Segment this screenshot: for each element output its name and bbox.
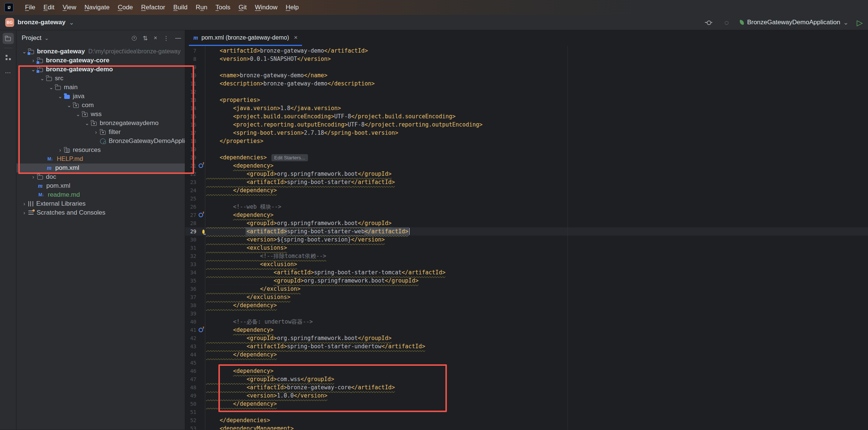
code-line-24[interactable]: 24 </dependency> xyxy=(185,186,868,194)
code-line-10[interactable]: 10 <name>bronze-gateway-demo</name> xyxy=(185,71,868,80)
structure-tool-window-button[interactable] xyxy=(3,52,14,63)
code-line-50[interactable]: 50 </dependency> xyxy=(185,400,868,408)
tree-item-help-md[interactable]: M↓HELP.md xyxy=(16,155,185,163)
code-line-28[interactable]: 28 <groupId>org.springframework.boot</gr… xyxy=(185,219,868,227)
code-line-17[interactable]: 17 <spring-boot.version>2.7.18</spring-b… xyxy=(185,129,868,137)
code-line-9[interactable]: 9 xyxy=(185,63,868,71)
code-line-8[interactable]: 8 <version>0.0.1-SNAPSHOT</version> xyxy=(185,55,868,63)
code-line-30[interactable]: 30 <version>${spring-boot.version}</vers… xyxy=(185,236,868,244)
spring-bean-gutter-icon[interactable] xyxy=(197,328,205,332)
code-line-53[interactable]: 53 <dependencyManagement> xyxy=(185,424,868,430)
intention-bulb-icon[interactable] xyxy=(197,230,205,234)
tree-item-pom-xml[interactable]: mpom.xml xyxy=(16,181,185,190)
chevron-down-icon[interactable]: ⌄ xyxy=(56,93,64,99)
tree-item-resources[interactable]: ›resources xyxy=(16,146,185,155)
chevron-down-icon[interactable]: ⌄ xyxy=(44,35,49,41)
chevron-down-icon[interactable]: ⌄ xyxy=(47,84,55,90)
tree-item-bronze-gateway-core[interactable]: ›bronze-gateway-core xyxy=(16,56,185,65)
code-line-31[interactable]: 31 <exclusions> xyxy=(185,244,868,252)
code-line-11[interactable]: 11 <description>bronze-gateway-demo</des… xyxy=(185,80,868,88)
menu-window[interactable]: Window xyxy=(252,2,281,13)
tree-item-filter[interactable]: ›filter xyxy=(16,128,185,137)
code-line-39[interactable]: 39 xyxy=(185,309,868,318)
tree-item-main[interactable]: ⌄main xyxy=(16,83,185,92)
chevron-down-icon[interactable]: ⌄ xyxy=(74,111,82,117)
code-line-52[interactable]: 52 </dependencies> xyxy=(185,416,868,424)
code-line-43[interactable]: 43 <artifactId>spring-boot-starter-under… xyxy=(185,342,868,350)
code-line-12[interactable]: 12 xyxy=(185,88,868,96)
tree-item-bronze-gateway-demo[interactable]: ⌄bronze-gateway-demo xyxy=(16,65,185,74)
code-line-34[interactable]: 34 <artifactId>spring-boot-starter-tomca… xyxy=(185,268,868,277)
expand-all-icon[interactable]: ⇅ xyxy=(143,35,147,42)
code-line-35[interactable]: 35 <groupId>org.springframework.boot</gr… xyxy=(185,277,868,285)
settings-slider-icon[interactable] xyxy=(704,18,713,27)
code-line-49[interactable]: 49 <version>1.0.0</version> xyxy=(185,392,868,400)
code-line-46[interactable]: 46 <dependency> xyxy=(185,367,868,375)
menu-navigate[interactable]: Navigate xyxy=(81,2,113,13)
menu-code[interactable]: Code xyxy=(114,2,136,13)
code-line-51[interactable]: 51 xyxy=(185,408,868,416)
tab-pom-xml[interactable]: m pom.xml (bronze-gateway-demo) × xyxy=(189,30,302,46)
code-line-26[interactable]: 26 <!--web 模块--> xyxy=(185,203,868,211)
menu-view[interactable]: View xyxy=(59,2,80,13)
menu-tools[interactable]: Tools xyxy=(212,2,234,13)
code-line-37[interactable]: 37 </exclusions> xyxy=(185,293,868,301)
more-tool-windows-button[interactable]: ⋯ xyxy=(3,67,14,78)
menu-build[interactable]: Build xyxy=(170,2,191,13)
code-line-42[interactable]: 42 <groupId>org.springframework.boot</gr… xyxy=(185,334,868,342)
code-line-14[interactable]: 14 <java.version>1.8</java.version> xyxy=(185,104,868,112)
select-opened-file-icon[interactable] xyxy=(132,36,137,41)
project-tool-window-button[interactable] xyxy=(3,33,14,44)
tree-item-bronzegatewaydemo[interactable]: ⌄bronzegatewaydemo xyxy=(16,119,185,128)
code-line-25[interactable]: 25 xyxy=(185,194,868,203)
code-line-29[interactable]: 29 <artifactId>spring-boot-starter-web</… xyxy=(185,227,868,236)
tree-item-external-libraries[interactable]: ›External Libraries xyxy=(16,199,185,208)
menu-refactor[interactable]: Refactor xyxy=(138,2,168,13)
code-line-13[interactable]: 13 <properties> xyxy=(185,96,868,104)
chevron-down-icon[interactable]: ⌄ xyxy=(38,75,46,81)
tree-item-com[interactable]: ⌄com xyxy=(16,101,185,110)
chevron-right-icon[interactable]: › xyxy=(56,147,64,153)
code-editor[interactable]: 7 <artifactId>bronze-gateway-demo</artif… xyxy=(185,46,868,430)
tree-item-readme-md[interactable]: M↓readme.md xyxy=(16,190,185,199)
menu-help[interactable]: Help xyxy=(282,2,302,13)
menu-git[interactable]: Git xyxy=(235,2,250,13)
chevron-right-icon[interactable]: › xyxy=(29,174,37,180)
code-line-41[interactable]: 41 <dependency> xyxy=(185,326,868,334)
code-line-16[interactable]: 16 <project.reporting.outputEncoding>UTF… xyxy=(185,121,868,129)
code-line-33[interactable]: 33 <exclusion> xyxy=(185,260,868,268)
code-line-36[interactable]: 36 </exclusion> xyxy=(185,285,868,293)
menu-run[interactable]: Run xyxy=(192,2,211,13)
code-line-21[interactable]: 21 <dependency> xyxy=(185,162,868,170)
tree-item-pom-xml[interactable]: mpom.xml xyxy=(16,163,185,172)
tree-item-java[interactable]: ⌄java xyxy=(16,92,185,101)
project-selector[interactable]: BG bronze-gateway ⌄ xyxy=(5,18,74,27)
code-line-23[interactable]: 23 <artifactId>spring-boot-starter</arti… xyxy=(185,178,868,186)
tree-item-bronze-gateway[interactable]: ⌄bronze-gatewayD:\my\project\idea\bronze… xyxy=(16,47,185,56)
spring-bean-gutter-icon[interactable] xyxy=(197,213,205,217)
code-line-20[interactable]: 20 <dependencies>Edit Starters... xyxy=(185,153,868,162)
code-line-45[interactable]: 45 xyxy=(185,359,868,367)
close-tab-icon[interactable]: × xyxy=(294,34,298,41)
tree-item-doc[interactable]: ›doc xyxy=(16,172,185,181)
run-configuration-selector[interactable]: BronzeGatewayDemoApplication ⌄ xyxy=(740,19,849,27)
code-line-15[interactable]: 15 <project.build.sourceEncoding>UTF-8</… xyxy=(185,112,868,121)
chevron-right-icon[interactable]: › xyxy=(92,129,100,135)
options-kebab-icon[interactable]: ⋮ xyxy=(163,35,169,42)
menu-file[interactable]: File xyxy=(22,2,38,13)
code-line-7[interactable]: 7 <artifactId>bronze-gateway-demo</artif… xyxy=(185,47,868,55)
code-line-22[interactable]: 22 <groupId>org.springframework.boot</gr… xyxy=(185,170,868,178)
hide-panel-icon[interactable]: — xyxy=(175,35,181,41)
collapse-all-icon[interactable]: × xyxy=(154,35,157,41)
code-line-40[interactable]: 40 <!--必备: undertow容器--> xyxy=(185,318,868,326)
chevron-right-icon[interactable]: › xyxy=(20,201,28,207)
chevron-right-icon[interactable]: › xyxy=(20,210,28,216)
spring-bean-gutter-icon[interactable] xyxy=(197,163,205,168)
edit-starters-hint[interactable]: Edit Starters... xyxy=(271,154,308,161)
code-line-19[interactable]: 19 xyxy=(185,145,868,153)
code-line-27[interactable]: 27 <dependency> xyxy=(185,211,868,219)
tree-item-wss[interactable]: ⌄wss xyxy=(16,110,185,119)
tree-item-src[interactable]: ⌄src xyxy=(16,74,185,83)
tree-item-bronzegatewaydemoapplication[interactable]: BronzeGatewayDemoApplication xyxy=(16,137,185,146)
chevron-down-icon[interactable]: ⌄ xyxy=(65,102,73,108)
